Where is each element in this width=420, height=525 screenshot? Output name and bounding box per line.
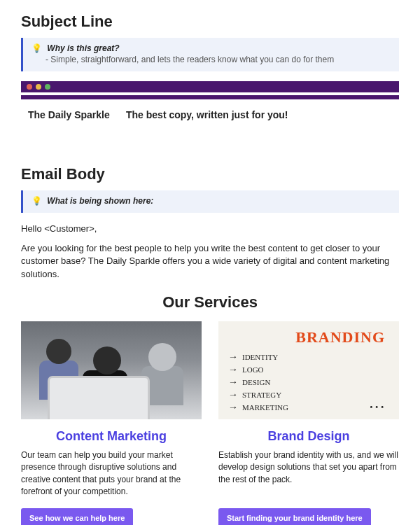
content-marketing-cta-button[interactable]: See how we can help here [21,508,133,525]
service-description: Establish your brand identity with us, a… [218,449,399,500]
email-intro: Are you looking for the best people to h… [21,242,399,281]
email-body-callout: 💡 What is being shown here: [21,190,399,213]
arrow-icon: → [228,390,238,400]
service-image-content-marketing [21,321,202,419]
sender-name: The Daily Sparkle [28,109,126,120]
callout-subtext: - Simple, straightforward, and lets the … [31,55,391,64]
callout-title: Why is this great? [47,43,119,53]
brand-item: STRATEGY [242,391,281,399]
brand-design-cta-button[interactable]: Start finding your brand identity here [218,508,371,525]
brand-item: LOGO [242,365,264,374]
arrow-icon: → [228,402,238,412]
email-subject: The best copy, written just for you! [126,109,392,120]
ellipsis-icon: ••• [370,402,386,411]
lightbulb-icon: 💡 [31,196,42,206]
email-client-preview: The Daily Sparkle The best copy, written… [21,81,399,153]
subject-line-heading: Subject Line [21,13,399,31]
maximize-icon [45,84,50,90]
service-image-brand-design: BRANDING →IDENTITY →LOGO →DESIGN →STRATE… [218,321,399,419]
service-card-brand-design: BRANDING →IDENTITY →LOGO →DESIGN →STRATE… [218,321,399,525]
service-title: Content Marketing [21,429,202,444]
close-icon [27,84,32,90]
services-cards: Content Marketing Our team can help you … [21,321,399,525]
minimize-icon [36,84,41,90]
service-description: Our team can help you build your market … [21,449,202,500]
arrow-icon: → [228,365,238,374]
branding-headline: BRANDING [295,328,385,346]
email-body-heading: Email Body [21,165,399,183]
inbox-row: The Daily Sparkle The best copy, written… [21,99,399,153]
service-card-content-marketing: Content Marketing Our team can help you … [21,321,202,525]
brand-item: IDENTITY [242,353,278,361]
arrow-icon: → [228,352,238,362]
callout-title: What is being shown here: [47,196,153,206]
window-controls [21,81,399,92]
brand-item: MARKETING [242,403,288,412]
lightbulb-icon: 💡 [31,43,42,53]
arrow-icon: → [228,377,238,387]
services-heading: Our Services [21,293,399,312]
brand-item: DESIGN [242,378,270,386]
subject-line-callout: 💡 Why is this great? - Simple, straightf… [21,38,399,71]
service-title: Brand Design [218,429,399,444]
email-greeting: Hello <Customer>, [21,223,399,235]
